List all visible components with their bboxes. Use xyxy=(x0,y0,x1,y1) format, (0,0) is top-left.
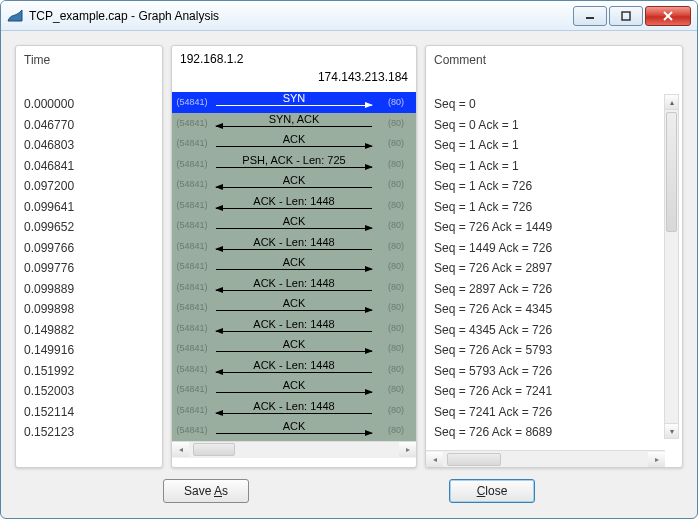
time-row[interactable]: 0.046770 xyxy=(24,115,154,136)
arrow-right-icon xyxy=(216,351,372,352)
time-row[interactable]: 0.099641 xyxy=(24,197,154,218)
scroll-left-icon[interactable]: ◂ xyxy=(172,442,189,457)
flow-list[interactable]: (54841)(80)SYN(54841)(80)SYN, ACK(54841)… xyxy=(172,92,416,441)
titlebar[interactable]: TCP_example.cap - Graph Analysis xyxy=(1,1,697,31)
flow-row[interactable]: (54841)(80)ACK xyxy=(172,338,416,359)
comment-row[interactable]: Seq = 726 Ack = 8689 xyxy=(434,422,674,443)
close-window-button[interactable] xyxy=(645,6,691,26)
maximize-button[interactable] xyxy=(609,6,643,26)
comment-vscrollbar[interactable]: ▴ ▾ xyxy=(664,94,679,439)
flow-row[interactable]: (54841)(80)ACK xyxy=(172,379,416,400)
flow-port-left: (54841) xyxy=(172,256,212,277)
time-row[interactable]: 0.151992 xyxy=(24,361,154,382)
time-row[interactable]: 0.149916 xyxy=(24,340,154,361)
comment-row[interactable]: Seq = 1449 Ack = 726 xyxy=(434,238,674,259)
time-row[interactable]: 0.099889 xyxy=(24,279,154,300)
arrow-left-icon xyxy=(216,249,372,250)
arrow-left-icon xyxy=(216,290,372,291)
flow-row[interactable]: (54841)(80)ACK xyxy=(172,256,416,277)
comment-row[interactable]: Seq = 1 Ack = 1 xyxy=(434,135,674,156)
scroll-down-icon[interactable]: ▾ xyxy=(665,423,678,438)
flow-row[interactable]: (54841)(80)SYN, ACK xyxy=(172,113,416,134)
comment-row[interactable]: Seq = 1 Ack = 726 xyxy=(434,176,674,197)
comment-row[interactable]: Seq = 7241 Ack = 726 xyxy=(434,402,674,423)
flow-port-left: (54841) xyxy=(172,133,212,154)
flow-port-left: (54841) xyxy=(172,154,212,175)
flow-row[interactable]: (54841)(80)ACK xyxy=(172,215,416,236)
flow-label: ACK xyxy=(283,338,306,350)
flow-row[interactable]: (54841)(80)ACK - Len: 1448 xyxy=(172,400,416,421)
flow-row[interactable]: (54841)(80)ACK - Len: 1448 xyxy=(172,195,416,216)
flow-row[interactable]: (54841)(80)SYN xyxy=(172,92,416,113)
flow-port-left: (54841) xyxy=(172,420,212,441)
flow-port-right: (80) xyxy=(376,113,416,134)
minimize-button[interactable] xyxy=(573,6,607,26)
close-button[interactable]: Close xyxy=(449,479,535,503)
time-row[interactable]: 0.152003 xyxy=(24,381,154,402)
comment-header: Comment xyxy=(426,46,682,92)
comment-row[interactable]: Seq = 726 Ack = 4345 xyxy=(434,299,674,320)
time-row[interactable]: 0.097200 xyxy=(24,176,154,197)
comment-row[interactable]: Seq = 726 Ack = 5793 xyxy=(434,340,674,361)
flow-pane: 192.168.1.2 174.143.213.184 (54841)(80)S… xyxy=(171,45,417,468)
time-row[interactable]: 0.099776 xyxy=(24,258,154,279)
flow-port-right: (80) xyxy=(376,174,416,195)
flow-label: ACK - Len: 1448 xyxy=(253,318,334,330)
comment-row[interactable]: Seq = 1 Ack = 726 xyxy=(434,197,674,218)
comment-row[interactable]: Seq = 4345 Ack = 726 xyxy=(434,320,674,341)
flow-row[interactable]: (54841)(80)ACK - Len: 1448 xyxy=(172,277,416,298)
comment-hscrollbar[interactable]: ◂ ▸ xyxy=(426,450,665,467)
comment-pane: Comment Seq = 0Seq = 0 Ack = 1Seq = 1 Ac… xyxy=(425,45,683,468)
flow-row[interactable]: (54841)(80)ACK xyxy=(172,174,416,195)
comment-row[interactable]: Seq = 726 Ack = 1449 xyxy=(434,217,674,238)
time-row[interactable]: 0.149882 xyxy=(24,320,154,341)
time-row[interactable]: 0.046803 xyxy=(24,135,154,156)
flow-label: ACK xyxy=(283,174,306,186)
button-row: Save As Close xyxy=(15,468,683,508)
time-row[interactable]: 0.099652 xyxy=(24,217,154,238)
comment-row[interactable]: Seq = 0 xyxy=(434,94,674,115)
button-label: Save As xyxy=(184,484,228,498)
flow-row[interactable]: (54841)(80)ACK - Len: 1448 xyxy=(172,359,416,380)
scroll-up-icon[interactable]: ▴ xyxy=(665,95,678,110)
flow-hscrollbar[interactable]: ◂ ▸ xyxy=(172,441,416,458)
time-row[interactable]: 0.099898 xyxy=(24,299,154,320)
flow-port-right: (80) xyxy=(376,154,416,175)
flow-row[interactable]: (54841)(80)ACK xyxy=(172,420,416,441)
time-row[interactable]: 0.152114 xyxy=(24,402,154,423)
time-row[interactable]: 0.152123 xyxy=(24,422,154,443)
comment-row[interactable]: Seq = 726 Ack = 2897 xyxy=(434,258,674,279)
flow-port-left: (54841) xyxy=(172,236,212,257)
flow-port-right: (80) xyxy=(376,420,416,441)
comment-row[interactable]: Seq = 5793 Ack = 726 xyxy=(434,361,674,382)
time-row[interactable]: 0.099766 xyxy=(24,238,154,259)
comment-row[interactable]: Seq = 0 Ack = 1 xyxy=(434,115,674,136)
flow-label: ACK xyxy=(283,297,306,309)
save-as-button[interactable]: Save As xyxy=(163,479,249,503)
svg-rect-1 xyxy=(622,12,630,20)
flow-label: PSH, ACK - Len: 725 xyxy=(242,154,345,166)
arrow-left-icon xyxy=(216,187,372,188)
flow-row[interactable]: (54841)(80)ACK xyxy=(172,297,416,318)
flow-row[interactable]: (54841)(80)ACK - Len: 1448 xyxy=(172,318,416,339)
scroll-right-icon[interactable]: ▸ xyxy=(399,442,416,457)
scroll-left-icon[interactable]: ◂ xyxy=(426,452,443,467)
flow-row[interactable]: (54841)(80)ACK - Len: 1448 xyxy=(172,236,416,257)
time-row[interactable]: 0.046841 xyxy=(24,156,154,177)
time-list[interactable]: 0.0000000.0467700.0468030.0468410.097200… xyxy=(16,92,162,447)
comment-row[interactable]: Seq = 726 Ack = 7241 xyxy=(434,381,674,402)
flow-port-left: (54841) xyxy=(172,318,212,339)
flow-port-right: (80) xyxy=(376,195,416,216)
time-row[interactable]: 0.000000 xyxy=(24,94,154,115)
flow-row[interactable]: (54841)(80)PSH, ACK - Len: 725 xyxy=(172,154,416,175)
button-label: Close xyxy=(477,484,508,498)
arrow-left-icon xyxy=(216,126,372,127)
comment-row[interactable]: Seq = 2897 Ack = 726 xyxy=(434,279,674,300)
scroll-right-icon[interactable]: ▸ xyxy=(648,452,665,467)
flow-row[interactable]: (54841)(80)ACK xyxy=(172,133,416,154)
flow-port-right: (80) xyxy=(376,379,416,400)
comment-list[interactable]: Seq = 0Seq = 0 Ack = 1Seq = 1 Ack = 1Seq… xyxy=(426,92,682,447)
flow-port-left: (54841) xyxy=(172,113,212,134)
comment-row[interactable]: Seq = 1 Ack = 1 xyxy=(434,156,674,177)
flow-port-left: (54841) xyxy=(172,379,212,400)
